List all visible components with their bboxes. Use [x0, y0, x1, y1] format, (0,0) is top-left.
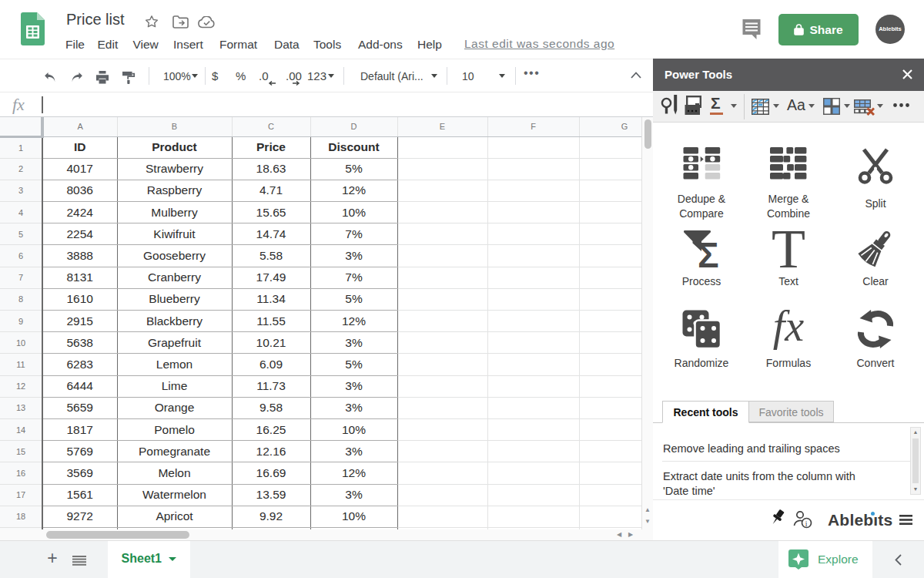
svg-text:fx: fx — [773, 310, 805, 350]
svg-text:Σ: Σ — [698, 235, 719, 267]
svg-text:T: T — [772, 230, 805, 267]
svg-text:i: i — [805, 520, 808, 528]
